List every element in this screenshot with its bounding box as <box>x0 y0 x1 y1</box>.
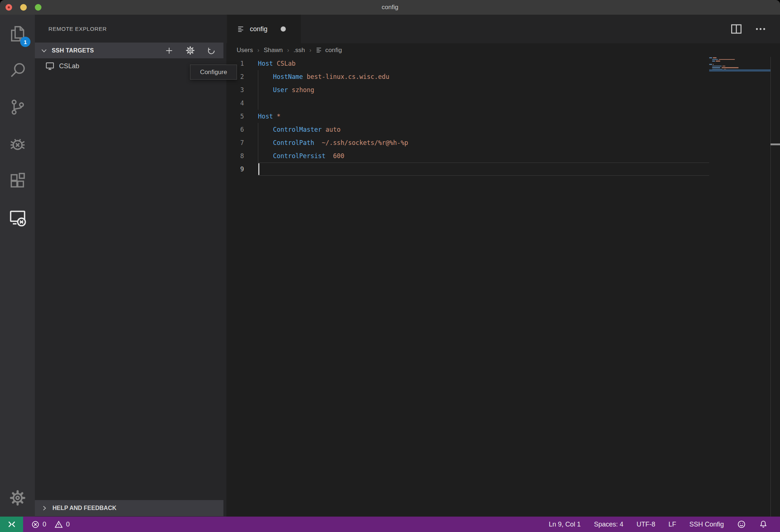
chevron-down-icon <box>40 47 48 55</box>
breadcrumb-users[interactable]: Users <box>237 47 253 54</box>
sidebar-item-search[interactable] <box>0 53 35 88</box>
split-editor-button[interactable] <box>730 23 743 35</box>
sidebar-item-run-and-debug[interactable] <box>0 126 35 161</box>
code-line[interactable]: 6 ControlMaster auto <box>226 123 780 136</box>
code-token <box>258 73 273 80</box>
code-token: Host <box>258 60 273 67</box>
code-token: Host <box>258 113 273 120</box>
explorer-badge: 1 <box>20 37 30 47</box>
minimap[interactable] <box>709 57 770 79</box>
code-token <box>303 73 307 80</box>
sidebar-item-extensions[interactable] <box>0 163 35 198</box>
text-cursor <box>258 163 259 175</box>
code-token <box>325 152 333 160</box>
gear-icon <box>9 489 26 507</box>
breadcrumb-shawn[interactable]: Shawn <box>264 47 283 54</box>
minimap-line <box>712 61 715 62</box>
code-editor[interactable]: 1Host CSLab2 HostName best-linux.cs.wisc… <box>226 57 780 517</box>
code-line[interactable]: 8 ControlPersist 600 <box>226 149 780 163</box>
plus-icon <box>164 46 174 55</box>
notifications-bell-button[interactable] <box>759 520 768 529</box>
minimap-line <box>722 67 739 68</box>
code-line[interactable]: 2 HostName best-linux.cs.wisc.edu <box>226 70 780 83</box>
file-icon <box>237 25 244 33</box>
remote-icon <box>6 520 17 529</box>
error-icon <box>31 520 40 529</box>
feedback-smiley-button[interactable] <box>737 520 746 529</box>
add-ssh-target-button[interactable] <box>164 46 174 55</box>
code-token <box>288 86 292 94</box>
minimap-line <box>709 57 712 58</box>
window-title: config <box>0 0 780 15</box>
more-actions-button[interactable] <box>754 23 767 35</box>
monitor-icon <box>45 61 55 71</box>
overview-ruler[interactable] <box>770 57 780 517</box>
tab-label: config <box>250 25 267 33</box>
cursor-position-status[interactable]: Ln 9, Col 1 <box>549 521 581 528</box>
minimap-line <box>709 64 712 65</box>
minimap-line <box>713 57 717 58</box>
indent-guide <box>258 149 258 163</box>
indent-guide <box>258 123 258 136</box>
breadcrumb-separator: › <box>257 47 259 54</box>
chevron-right-icon <box>41 504 48 512</box>
settings-gear-button[interactable] <box>0 480 35 515</box>
eol-status[interactable]: LF <box>668 521 676 528</box>
minimap-current-line <box>709 69 770 72</box>
configure-ssh-button[interactable] <box>185 45 195 55</box>
breadcrumb: Users › Shawn › .ssh › config <box>226 43 780 57</box>
code-token <box>258 86 273 94</box>
activity-bar: 1 <box>0 15 35 517</box>
bell-icon <box>759 520 768 529</box>
warning-icon <box>54 520 63 529</box>
breadcrumb-ssh[interactable]: .ssh <box>294 47 305 54</box>
language-mode-status[interactable]: SSH Config <box>689 521 724 528</box>
line-number: 5 <box>226 110 258 123</box>
encoding-status[interactable]: UTF-8 <box>637 521 655 528</box>
code-token: CSLab <box>277 60 295 67</box>
ssh-targets-section-header[interactable]: SSH TARGETS <box>35 43 223 58</box>
indent-guide <box>258 96 258 110</box>
source-control-icon <box>9 98 26 116</box>
minimap-line <box>716 61 720 62</box>
split-editor-icon <box>730 23 743 35</box>
tab-config[interactable]: config <box>227 15 301 43</box>
code-token <box>273 113 277 120</box>
code-token: ControlPersist <box>273 152 325 160</box>
code-line[interactable]: 5Host * <box>226 110 780 123</box>
ssh-targets-actions <box>164 45 216 55</box>
line-number: 7 <box>226 136 258 149</box>
help-and-feedback-section-header[interactable]: HELP AND FEEDBACK <box>35 500 223 516</box>
refresh-ssh-targets-button[interactable] <box>207 46 216 55</box>
indentation-status[interactable]: Spaces: 4 <box>594 521 623 528</box>
debug-icon <box>9 135 26 153</box>
gear-icon <box>185 45 195 55</box>
minimap-line <box>712 66 722 67</box>
title-bar: config <box>0 0 780 15</box>
sidebar-title: REMOTE EXPLORER <box>35 15 226 43</box>
line-number: 8 <box>226 149 258 163</box>
sidebar-item-source-control[interactable] <box>0 90 35 125</box>
code-line[interactable]: 1Host CSLab <box>226 57 780 70</box>
remote-explorer-icon <box>9 208 26 226</box>
modified-dot-icon[interactable] <box>281 26 286 32</box>
error-count: 0 <box>43 521 46 528</box>
code-token <box>258 152 273 160</box>
status-bar-right: Ln 9, Col 1 Spaces: 4 UTF-8 LF SSH Confi… <box>549 520 780 529</box>
breadcrumb-file[interactable]: config <box>316 47 342 54</box>
code-line[interactable]: 4 <box>226 96 780 110</box>
overview-ruler-marker <box>770 143 780 145</box>
editor-group: config Users › <box>226 15 780 517</box>
code-token: 600 <box>333 152 345 160</box>
problems-status[interactable]: 0 0 <box>31 520 70 529</box>
line-content: Host CSLab <box>258 57 295 70</box>
code-line[interactable]: 7 ControlPath ~/.ssh/sockets/%r@%h-%p <box>226 136 780 149</box>
line-content: ControlPersist 600 <box>258 149 344 163</box>
remote-indicator[interactable] <box>0 517 23 532</box>
sidebar-item-remote-explorer[interactable] <box>0 200 35 235</box>
sidebar-item-explorer[interactable]: 1 <box>0 16 35 51</box>
code-line[interactable]: 3 User szhong <box>226 83 780 96</box>
code-token: * <box>277 113 280 120</box>
warning-count: 0 <box>66 521 70 528</box>
current-line-highlight <box>258 163 709 176</box>
